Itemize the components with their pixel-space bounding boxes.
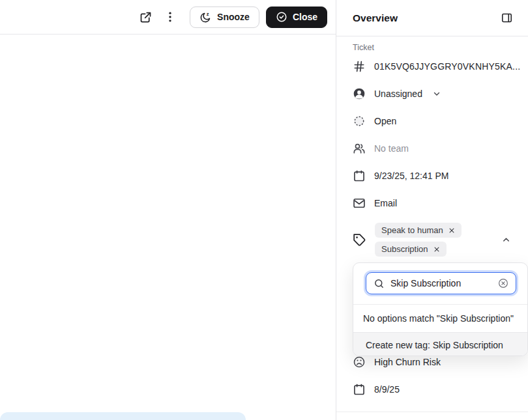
tag-search-section bbox=[353, 263, 527, 304]
created-date-row: 9/23/25, 12:41 PM bbox=[353, 162, 519, 189]
more-options-button[interactable] bbox=[162, 7, 178, 27]
app-window: z Snooze Close Overview bbox=[0, 0, 528, 420]
close-button-label: Close bbox=[293, 12, 317, 22]
status-value: Open bbox=[374, 116, 396, 126]
churn-date-row: 8/9/25 bbox=[353, 376, 519, 403]
external-link-icon bbox=[139, 10, 153, 24]
reply-composer-peek[interactable] bbox=[0, 412, 246, 420]
tag-chip-list: Speak to human Subscription bbox=[375, 223, 462, 257]
snooze-button-label: Snooze bbox=[217, 12, 250, 22]
tag-chip-label: Subscription bbox=[381, 244, 428, 254]
churn-risk-value: High Churn Risk bbox=[374, 357, 441, 367]
clear-circle-x-icon bbox=[497, 277, 509, 289]
hash-icon bbox=[353, 60, 366, 73]
search-icon bbox=[374, 278, 385, 289]
snooze-moon-icon: z bbox=[199, 11, 212, 23]
create-new-tag-option[interactable]: Create new tag: Skip Subscription bbox=[353, 332, 527, 356]
overview-sidebar: Overview Ticket bbox=[336, 0, 528, 420]
tag-chip-label: Speak to human bbox=[381, 225, 443, 235]
avatar-icon bbox=[353, 87, 366, 100]
check-circle-icon bbox=[276, 11, 287, 23]
conversation-pane: z Snooze Close bbox=[0, 0, 336, 420]
remove-tag-icon[interactable] bbox=[448, 227, 455, 234]
status-open-icon bbox=[353, 115, 366, 128]
chevron-down-icon bbox=[432, 89, 441, 98]
ticket-id-value: 01K5VQ6JJYGGRY0VKNHY5KA... bbox=[374, 61, 520, 72]
close-ticket-button[interactable]: Close bbox=[266, 7, 327, 28]
team-row[interactable]: No team bbox=[353, 135, 519, 162]
calendar-icon bbox=[353, 383, 366, 396]
tag-icon bbox=[353, 233, 366, 247]
toggle-sidebar-button[interactable] bbox=[499, 10, 514, 26]
ticket-section-label: Ticket bbox=[353, 43, 519, 53]
churn-date-value: 8/9/25 bbox=[374, 384, 400, 395]
kebab-menu-icon bbox=[164, 10, 177, 24]
status-row[interactable]: Open bbox=[353, 107, 519, 135]
calendar-icon bbox=[353, 169, 366, 182]
sidebar-header: Overview bbox=[336, 0, 528, 36]
created-date-value: 9/23/25, 12:41 PM bbox=[374, 171, 448, 181]
snooze-button[interactable]: z Snooze bbox=[190, 7, 259, 28]
tag-chip[interactable]: Subscription bbox=[375, 242, 447, 257]
ticket-id-row[interactable]: 01K5VQ6JJYGGRY0VKNHY5KA... bbox=[353, 53, 519, 80]
team-value: No team bbox=[374, 143, 409, 154]
channel-value: Email bbox=[374, 198, 397, 208]
open-in-new-window-button[interactable] bbox=[135, 7, 156, 27]
email-icon bbox=[353, 197, 366, 210]
assignee-row[interactable]: Unassigned bbox=[353, 80, 519, 107]
svg-text:z: z bbox=[207, 11, 209, 17]
assignee-value: Unassigned bbox=[374, 89, 422, 99]
conversation-toolbar: z Snooze Close bbox=[0, 0, 336, 35]
remove-tag-icon[interactable] bbox=[433, 246, 440, 253]
team-users-icon bbox=[353, 142, 366, 155]
clear-search-button[interactable] bbox=[497, 277, 509, 289]
chevron-up-icon bbox=[501, 235, 511, 245]
collapse-tags-button[interactable] bbox=[501, 235, 511, 245]
tag-search-dropdown: No options match "Skip Subscription" Cre… bbox=[353, 262, 528, 356]
frown-face-icon bbox=[353, 356, 366, 369]
no-options-message: No options match "Skip Subscription" bbox=[353, 304, 527, 332]
channel-row: Email bbox=[353, 189, 519, 217]
tag-search-input[interactable] bbox=[390, 278, 491, 288]
panel-right-icon bbox=[501, 12, 513, 24]
tag-chip[interactable]: Speak to human bbox=[375, 223, 462, 238]
tags-row: Speak to human Subscription bbox=[353, 217, 519, 262]
sidebar-footer-divider bbox=[336, 412, 528, 412]
sidebar-title: Overview bbox=[353, 12, 398, 24]
tag-search-inputbox[interactable] bbox=[366, 272, 516, 294]
